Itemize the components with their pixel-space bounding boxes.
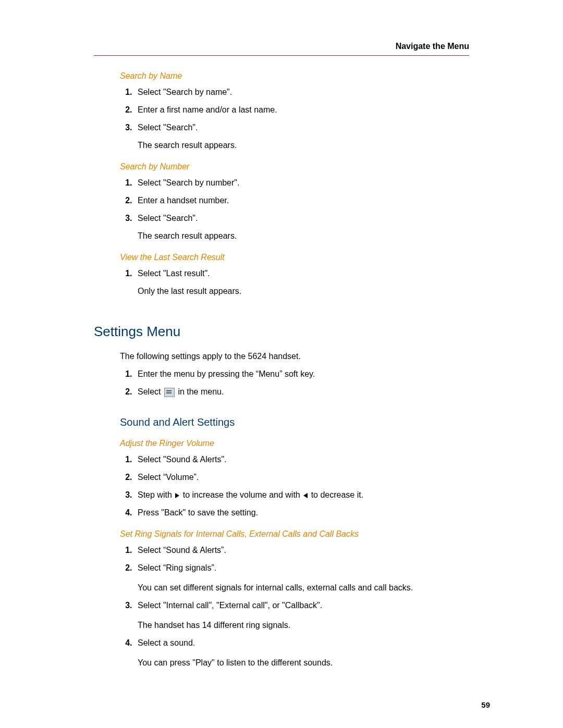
step-text: Select "Internal call", "External call",… bbox=[138, 601, 322, 610]
arrow-left-icon bbox=[303, 493, 308, 498]
heading-search-by-number: Search by Number bbox=[120, 162, 469, 171]
steps-view-last: Select "Last result". bbox=[120, 267, 469, 280]
step-item: Select “Ring signals”. You can set diffe… bbox=[134, 562, 469, 594]
steps-settings-menu: Enter the menu by pressing the “Menu” so… bbox=[120, 368, 469, 398]
heading-adjust-ringer: Adjust the Ringer Volume bbox=[120, 439, 469, 448]
step-text: to decrease it. bbox=[311, 490, 364, 499]
step-item: Select "Search by number". bbox=[134, 177, 469, 189]
step-item: Select “Volume”. bbox=[134, 471, 469, 484]
steps-ring-signals: Select “Sound & Alerts”. Select “Ring si… bbox=[120, 544, 469, 669]
followup-text: You can press "Play" to listen to the di… bbox=[138, 657, 469, 669]
page-content: Navigate the Menu Search by Name Select … bbox=[0, 0, 563, 728]
heading-view-last: View the Last Search Result bbox=[120, 253, 469, 262]
step-text: Step with bbox=[138, 490, 174, 499]
step-item: Select in the menu. bbox=[134, 386, 469, 398]
step-item: Select "Last result". bbox=[134, 267, 469, 280]
step-text: in the menu. bbox=[178, 387, 224, 396]
followup-text: The search result appears. bbox=[138, 139, 469, 152]
step-item: Select "Sound & Alerts". bbox=[134, 453, 469, 466]
followup-text: Only the last result appears. bbox=[138, 285, 469, 298]
step-text: Select a sound. bbox=[138, 638, 195, 647]
heading-ring-signals: Set Ring Signals for Internal Calls, Ext… bbox=[120, 529, 469, 539]
settings-icon bbox=[164, 388, 175, 397]
step-item: Select “Sound & Alerts”. bbox=[134, 544, 469, 557]
step-item: Select "Internal call", "External call",… bbox=[134, 599, 469, 632]
step-item: Select "Search by name". bbox=[134, 86, 469, 98]
step-item: Enter the menu by pressing the “Menu” so… bbox=[134, 368, 469, 380]
steps-search-by-number: Select "Search by number". Enter a hands… bbox=[120, 177, 469, 225]
step-text: to increase the volume and with bbox=[183, 490, 302, 499]
followup-text: You can set different signals for intern… bbox=[138, 582, 469, 594]
steps-search-by-name: Select "Search by name". Enter a first n… bbox=[120, 86, 469, 134]
settings-intro: The following settings apply to the 5624… bbox=[120, 350, 469, 363]
heading-settings-menu: Settings Menu bbox=[94, 324, 469, 340]
followup-text: The handset has 14 different ring signal… bbox=[138, 619, 469, 632]
step-item: Step with to increase the volume and wit… bbox=[134, 489, 469, 501]
arrow-right-icon bbox=[175, 493, 179, 498]
step-item: Select "Search". bbox=[134, 212, 469, 225]
step-item: Select a sound. You can press "Play" to … bbox=[134, 637, 469, 669]
step-item: Enter a first name and/or a last name. bbox=[134, 104, 469, 116]
step-text: Select bbox=[138, 387, 163, 396]
heading-search-by-name: Search by Name bbox=[120, 71, 469, 81]
header-title: Navigate the Menu bbox=[396, 42, 469, 51]
step-item: Press "Back" to save the setting. bbox=[134, 507, 469, 519]
step-item: Enter a handset number. bbox=[134, 194, 469, 207]
followup-text: The search result appears. bbox=[138, 230, 469, 242]
step-text: Select “Ring signals”. bbox=[138, 563, 216, 572]
heading-sound-alert: Sound and Alert Settings bbox=[120, 416, 469, 428]
page-number: 59 bbox=[94, 700, 490, 709]
step-item: Select "Search". bbox=[134, 121, 469, 134]
steps-adjust-ringer: Select "Sound & Alerts". Select “Volume”… bbox=[120, 453, 469, 519]
page-header: Navigate the Menu bbox=[94, 42, 469, 56]
